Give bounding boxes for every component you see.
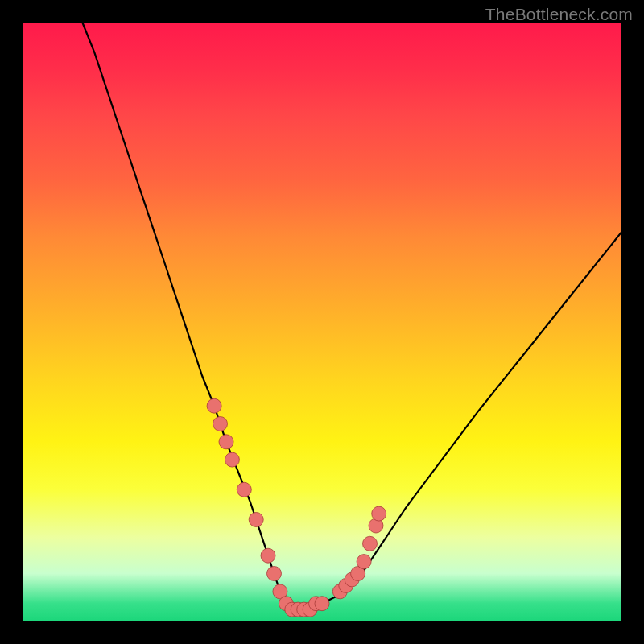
marker-dot bbox=[237, 482, 251, 497]
marker-group bbox=[207, 398, 386, 617]
watermark-text: TheBottleneck.com bbox=[485, 5, 633, 24]
marker-dot bbox=[357, 555, 371, 569]
plot-area bbox=[23, 23, 621, 621]
marker-dot bbox=[315, 597, 329, 611]
marker-dot bbox=[207, 398, 221, 413]
marker-dot bbox=[363, 536, 378, 551]
marker-dot bbox=[225, 452, 239, 467]
marker-dot bbox=[249, 513, 263, 527]
marker-dot bbox=[261, 548, 275, 563]
marker-dot bbox=[372, 506, 386, 521]
marker-dot bbox=[219, 435, 233, 449]
marker-dot bbox=[213, 417, 228, 431]
curve-svg bbox=[23, 23, 621, 621]
chart-frame: TheBottleneck.com bbox=[0, 0, 644, 644]
marker-dot bbox=[267, 567, 282, 581]
bottleneck-curve bbox=[82, 23, 621, 609]
